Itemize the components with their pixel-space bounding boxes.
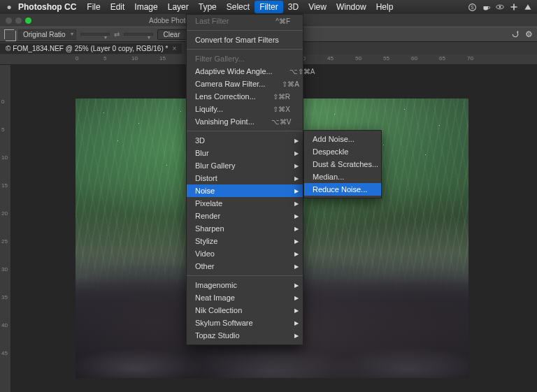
menu-image[interactable]: Image (129, 1, 162, 13)
filter-menu: Last Filter^⌘F Convert for Smart Filters… (186, 14, 303, 345)
traffic-zoom-icon[interactable] (25, 17, 31, 24)
menu-item-nik-collection[interactable]: Nik Collection (187, 304, 303, 317)
menu-item-stylize[interactable]: Stylize (187, 235, 303, 247)
menu-item-camera-raw-filter[interactable]: Camera Raw Filter...⇧⌘A (187, 78, 303, 90)
menu-item-median[interactable]: Median... (304, 170, 381, 183)
menu-item-distort[interactable]: Distort (187, 172, 303, 184)
document-tab-label: © FOM_1834.NEF @ 25% (Layer 0 copy, RGB/… (6, 45, 168, 52)
eye-icon[interactable] (495, 2, 505, 12)
triangle-up-icon[interactable] (523, 2, 533, 12)
menu-item-vanishing-point[interactable]: Vanishing Point...⌥⌘V (187, 115, 303, 128)
plus-icon[interactable] (509, 2, 519, 12)
menu-edit[interactable]: Edit (106, 1, 130, 13)
clear-button[interactable]: Clear (157, 29, 187, 40)
menu-item-neat-image[interactable]: Neat Image (187, 291, 303, 304)
reset-icon[interactable] (511, 30, 520, 38)
menu-filter[interactable]: Filter (255, 1, 283, 13)
menu-view[interactable]: View (303, 1, 331, 13)
menu-item-other[interactable]: Other (187, 260, 303, 273)
menu-file[interactable]: File (82, 1, 105, 13)
menu-layer[interactable]: Layer (163, 1, 194, 13)
menu-item-sharpen[interactable]: Sharpen (187, 222, 303, 235)
menu-item-imagenomic[interactable]: Imagenomic (187, 279, 303, 291)
skype-icon[interactable]: S (467, 2, 477, 12)
menu-item-skylum-software[interactable]: Skylum Software (187, 317, 303, 329)
svg-point-3 (499, 6, 501, 8)
menu-select[interactable]: Select (222, 1, 255, 13)
gear-icon[interactable]: ⚙ (525, 29, 533, 39)
traffic-close-icon[interactable] (6, 17, 12, 24)
menu-convert-smart[interactable]: Convert for Smart Filters (187, 34, 303, 46)
menu-item-liquify[interactable]: Liquify...⇧⌘X (187, 103, 303, 115)
crop-tool-icon[interactable] (4, 29, 14, 39)
menu-item-filter-gallery[interactable]: Filter Gallery... (187, 52, 303, 65)
close-icon[interactable]: × (172, 45, 176, 52)
menu-item-despeckle[interactable]: Despeckle (304, 145, 381, 158)
menu-last-filter[interactable]: Last Filter^⌘F (187, 15, 303, 27)
menu-item-noise[interactable]: Noise (187, 184, 303, 197)
noise-submenu: Add Noise...DespeckleDust & Scratches...… (303, 130, 382, 198)
swap-icon[interactable]: ⇄ (114, 31, 120, 38)
apple-icon[interactable]: ● (4, 2, 14, 12)
menu-item-adaptive-wide-angle[interactable]: Adaptive Wide Angle...⌥⇧⌘A (187, 65, 303, 78)
menu-help[interactable]: Help (371, 1, 399, 13)
menu-item-video[interactable]: Video (187, 247, 303, 260)
os-menubar: ● Photoshop CC FileEditImageLayerTypeSel… (0, 0, 537, 14)
menubar-right: S (467, 2, 533, 12)
document-tab[interactable]: © FOM_1834.NEF @ 25% (Layer 0 copy, RGB/… (0, 43, 182, 54)
menu-item-3d[interactable]: 3D (187, 134, 303, 147)
menu-item-blur-gallery[interactable]: Blur Gallery (187, 159, 303, 172)
menu-item-lens-correction[interactable]: Lens Correction...⇧⌘R (187, 90, 303, 103)
teacup-icon[interactable] (481, 2, 491, 12)
vertical-ruler: 051015202530354045 (0, 65, 11, 392)
width-field[interactable] (80, 33, 110, 36)
menu-item-add-noise[interactable]: Add Noise... (304, 133, 381, 145)
svg-text:S: S (471, 4, 474, 9)
menu-type[interactable]: Type (194, 1, 222, 13)
app-name[interactable]: Photoshop CC (18, 2, 76, 12)
menu-item-pixelate[interactable]: Pixelate (187, 197, 303, 210)
menu-item-reduce-noise[interactable]: Reduce Noise... (304, 183, 381, 196)
menu-item-blur[interactable]: Blur (187, 147, 303, 159)
menu-item-topaz-studio[interactable]: Topaz Studio (187, 329, 303, 342)
traffic-min-icon[interactable] (15, 17, 22, 24)
menu-3d[interactable]: 3D (283, 1, 303, 13)
menu-window[interactable]: Window (331, 1, 371, 13)
menu-item-render[interactable]: Render (187, 210, 303, 222)
menu-item-dust-scratches[interactable]: Dust & Scratches... (304, 158, 381, 170)
ratio-dropdown[interactable]: Original Ratio (18, 29, 76, 40)
height-field[interactable] (124, 33, 153, 36)
